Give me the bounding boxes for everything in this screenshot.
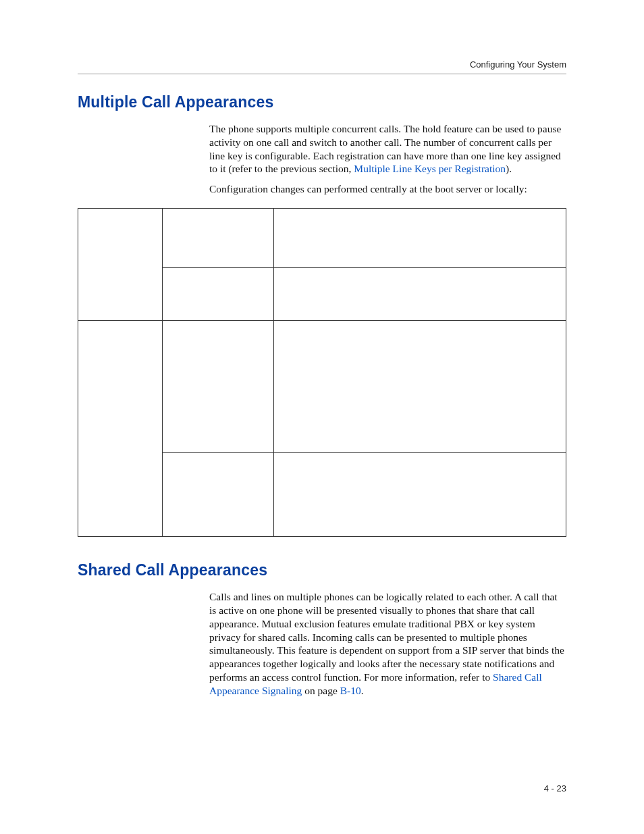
section2: Shared Call Appearances Calls and lines … [78,561,566,698]
text-run: . [361,685,364,696]
page: Configuring Your System Multiple Call Ap… [0,0,644,834]
xref-multiple-line-keys-per-registration[interactable]: Multiple Line Keys per Registration [354,163,506,174]
table-row [78,321,566,453]
section1-paragraph-1: The phone supports multiple concurrent c… [209,122,566,176]
table-cell [163,209,274,268]
table-cell [163,321,274,453]
table-cell [163,453,274,537]
text-run: Calls and lines on multiple phones can b… [209,591,564,683]
section-title-multiple-call-appearances: Multiple Call Appearances [78,93,566,111]
table-cell [274,209,566,268]
table-cell [274,453,566,537]
text-run: on page [302,685,340,696]
table-cell [163,268,274,321]
table-cell [78,209,163,321]
xref-page-b10[interactable]: B-10 [340,685,361,696]
section2-body: Calls and lines on multiple phones can b… [209,590,566,698]
config-table [78,208,566,537]
section-title-shared-call-appearances: Shared Call Appearances [78,561,566,579]
table-cell [274,321,566,453]
table-cell [78,321,163,537]
section2-paragraph-1: Calls and lines on multiple phones can b… [209,590,566,698]
text-run: ). [506,163,512,174]
section1-paragraph-2: Configuration changes can performed cent… [209,182,566,196]
running-head: Configuring Your System [78,59,566,70]
header-rule [78,74,566,74]
table-cell [274,268,566,321]
table-row [78,209,566,268]
section1-body: The phone supports multiple concurrent c… [209,122,566,196]
page-number: 4 - 23 [544,783,566,793]
